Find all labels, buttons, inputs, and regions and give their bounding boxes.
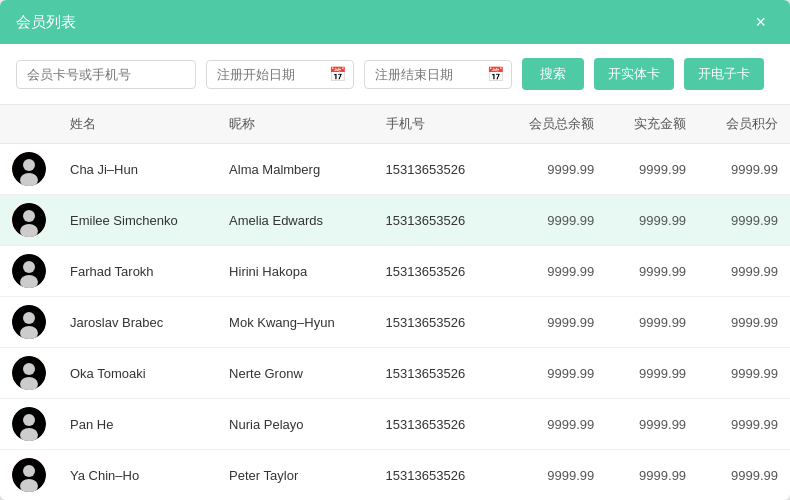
avatar-cell — [0, 450, 58, 501]
table-row[interactable]: Jaroslav BrabecMok Kwang–Hyun15313653526… — [0, 297, 790, 348]
member-balance: 9999.99 — [499, 348, 607, 399]
modal-title: 会员列表 — [16, 13, 76, 32]
avatar-cell — [0, 399, 58, 450]
col-points: 会员积分 — [698, 105, 790, 144]
member-recharge: 9999.99 — [606, 144, 698, 195]
member-nickname: Peter Taylor — [217, 450, 374, 501]
member-nickname: Amelia Edwards — [217, 195, 374, 246]
member-balance: 9999.99 — [499, 246, 607, 297]
table-row[interactable]: Cha Ji–HunAlma Malmberg153136535269999.9… — [0, 144, 790, 195]
avatar — [12, 458, 46, 492]
col-phone: 手机号 — [374, 105, 499, 144]
date-end-input[interactable] — [364, 60, 512, 89]
member-balance: 9999.99 — [499, 399, 607, 450]
member-points: 9999.99 — [698, 246, 790, 297]
member-nickname: Mok Kwang–Hyun — [217, 297, 374, 348]
member-balance: 9999.99 — [499, 144, 607, 195]
member-recharge: 9999.99 — [606, 246, 698, 297]
member-points: 9999.99 — [698, 195, 790, 246]
modal-header: 会员列表 × — [0, 0, 790, 44]
col-avatar — [0, 105, 58, 144]
physical-card-button[interactable]: 开实体卡 — [594, 58, 674, 90]
svg-point-16 — [23, 414, 35, 426]
date-start-input[interactable] — [206, 60, 354, 89]
svg-point-4 — [23, 210, 35, 222]
avatar-cell — [0, 297, 58, 348]
member-nickname: Alma Malmberg — [217, 144, 374, 195]
member-recharge: 9999.99 — [606, 450, 698, 501]
avatar-cell — [0, 144, 58, 195]
date-start-wrap: 📅 — [206, 60, 354, 89]
member-nickname: Nerte Gronw — [217, 348, 374, 399]
avatar — [12, 152, 46, 186]
table-row[interactable]: Pan HeNuria Pelayo153136535269999.999999… — [0, 399, 790, 450]
avatar — [12, 254, 46, 288]
member-name: Jaroslav Brabec — [58, 297, 217, 348]
member-name: Pan He — [58, 399, 217, 450]
member-nickname: Nuria Pelayo — [217, 399, 374, 450]
member-name: Emilee Simchenko — [58, 195, 217, 246]
table-row[interactable]: Ya Chin–HoPeter Taylor153136535269999.99… — [0, 450, 790, 501]
table-wrap: 姓名 昵称 手机号 会员总余额 实充金额 会员积分 Cha Ji–HunAlma… — [0, 105, 790, 500]
member-points: 9999.99 — [698, 297, 790, 348]
member-recharge: 9999.99 — [606, 399, 698, 450]
member-phone: 15313653526 — [374, 297, 499, 348]
member-balance: 9999.99 — [499, 195, 607, 246]
col-recharge: 实充金额 — [606, 105, 698, 144]
avatar-cell — [0, 195, 58, 246]
table-row[interactable]: Emilee SimchenkoAmelia Edwards1531365352… — [0, 195, 790, 246]
member-phone: 15313653526 — [374, 195, 499, 246]
member-phone: 15313653526 — [374, 348, 499, 399]
col-balance: 会员总余额 — [499, 105, 607, 144]
member-phone: 15313653526 — [374, 144, 499, 195]
table-header-row: 姓名 昵称 手机号 会员总余额 实充金额 会员积分 — [0, 105, 790, 144]
svg-point-7 — [23, 261, 35, 273]
avatar-cell — [0, 246, 58, 297]
member-list-modal: 会员列表 × 📅 📅 搜索 开实体卡 开电子卡 姓名 昵称 手机号 会员 — [0, 0, 790, 500]
member-recharge: 9999.99 — [606, 348, 698, 399]
member-name: Farhad Tarokh — [58, 246, 217, 297]
svg-point-1 — [23, 159, 35, 171]
member-points: 9999.99 — [698, 450, 790, 501]
member-phone: 15313653526 — [374, 399, 499, 450]
member-name: Cha Ji–Hun — [58, 144, 217, 195]
svg-point-19 — [23, 465, 35, 477]
member-phone: 15313653526 — [374, 246, 499, 297]
toolbar: 📅 📅 搜索 开实体卡 开电子卡 — [0, 44, 790, 105]
table-row[interactable]: Farhad TarokhHirini Hakopa15313653526999… — [0, 246, 790, 297]
table-row[interactable]: Oka TomoakiNerte Gronw153136535269999.99… — [0, 348, 790, 399]
avatar — [12, 203, 46, 237]
member-table: 姓名 昵称 手机号 会员总余额 实充金额 会员积分 Cha Ji–HunAlma… — [0, 105, 790, 500]
member-balance: 9999.99 — [499, 297, 607, 348]
svg-point-10 — [23, 312, 35, 324]
svg-point-13 — [23, 363, 35, 375]
member-points: 9999.99 — [698, 144, 790, 195]
member-recharge: 9999.99 — [606, 195, 698, 246]
search-button[interactable]: 搜索 — [522, 58, 584, 90]
close-button[interactable]: × — [747, 9, 774, 35]
search-input[interactable] — [16, 60, 196, 89]
avatar — [12, 356, 46, 390]
member-phone: 15313653526 — [374, 450, 499, 501]
avatar — [12, 305, 46, 339]
member-balance: 9999.99 — [499, 450, 607, 501]
col-name: 姓名 — [58, 105, 217, 144]
member-points: 9999.99 — [698, 348, 790, 399]
avatar-cell — [0, 348, 58, 399]
member-name: Oka Tomoaki — [58, 348, 217, 399]
member-name: Ya Chin–Ho — [58, 450, 217, 501]
ecard-button[interactable]: 开电子卡 — [684, 58, 764, 90]
avatar — [12, 407, 46, 441]
member-recharge: 9999.99 — [606, 297, 698, 348]
member-nickname: Hirini Hakopa — [217, 246, 374, 297]
member-points: 9999.99 — [698, 399, 790, 450]
col-nickname: 昵称 — [217, 105, 374, 144]
date-end-wrap: 📅 — [364, 60, 512, 89]
